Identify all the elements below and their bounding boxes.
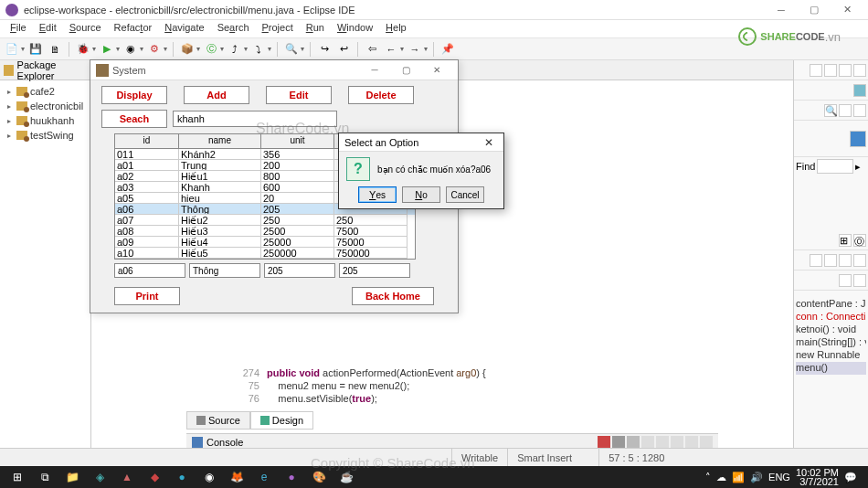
no-button[interactable]: No bbox=[402, 186, 440, 203]
edit-button[interactable]: Edit bbox=[266, 86, 332, 104]
cancel-button[interactable]: Cancel bbox=[446, 186, 484, 203]
sys-close-button[interactable]: ✕ bbox=[421, 62, 452, 79]
th-name[interactable]: name bbox=[179, 134, 261, 148]
search-button[interactable]: Seach bbox=[101, 110, 167, 128]
app-icon[interactable]: ☕ bbox=[333, 466, 360, 488]
run-icon[interactable]: ▶ bbox=[99, 41, 115, 58]
back-home-button[interactable]: Back Home bbox=[352, 287, 434, 305]
lastloc-icon[interactable]: ⇦ bbox=[364, 41, 380, 58]
chrome-icon[interactable]: ◉ bbox=[196, 466, 223, 488]
panel-icon[interactable] bbox=[810, 64, 822, 77]
menu-window[interactable]: Window bbox=[331, 20, 379, 37]
delete-button[interactable]: Delete bbox=[348, 86, 414, 104]
debug-icon[interactable]: 🐞 bbox=[75, 41, 91, 58]
search-icon[interactable]: 🔍 bbox=[824, 104, 837, 117]
nextann-icon[interactable]: ↪ bbox=[316, 41, 333, 58]
outline-item[interactable]: contentPane : JP bbox=[796, 298, 866, 311]
terminate-icon[interactable] bbox=[598, 436, 610, 449]
tray-notifications-icon[interactable]: 💬 bbox=[844, 472, 857, 483]
outline-item[interactable]: menu() bbox=[796, 362, 866, 375]
dialog-close-button[interactable]: ✕ bbox=[480, 136, 498, 149]
nav-icon[interactable] bbox=[853, 104, 866, 117]
app-icon[interactable]: ◆ bbox=[141, 466, 168, 488]
th-id[interactable]: id bbox=[115, 134, 179, 148]
pin-console-icon[interactable] bbox=[671, 436, 683, 449]
panel-icon[interactable] bbox=[824, 64, 837, 77]
close-button[interactable]: ✕ bbox=[831, 1, 863, 19]
new-icon[interactable]: 📄 bbox=[4, 41, 20, 58]
group-icon[interactable] bbox=[839, 274, 852, 287]
tray-volume-icon[interactable]: 🔊 bbox=[750, 472, 763, 483]
removeall-icon[interactable] bbox=[627, 436, 640, 449]
project-node[interactable]: ▸huukhanh bbox=[2, 113, 89, 128]
outline-icon[interactable]: ⊞ bbox=[839, 234, 852, 247]
newpkg-icon[interactable]: 📦 bbox=[179, 41, 196, 58]
project-node[interactable]: ▸electronicbil bbox=[2, 99, 89, 113]
field-id[interactable] bbox=[114, 263, 185, 278]
edge-icon[interactable]: e bbox=[250, 466, 278, 488]
field-col4[interactable] bbox=[339, 263, 410, 278]
prevann-icon[interactable]: ↩ bbox=[335, 41, 352, 58]
fwd-icon[interactable]: → bbox=[407, 41, 423, 58]
coverage-icon[interactable]: ◉ bbox=[122, 41, 139, 58]
app-icon[interactable]: 🎨 bbox=[305, 466, 333, 488]
search-icon[interactable]: 🔍 bbox=[283, 41, 300, 58]
minimize-button[interactable]: ─ bbox=[766, 1, 797, 19]
filter-icon[interactable] bbox=[810, 254, 822, 267]
system-window-header[interactable]: System ─ ▢ ✕ bbox=[90, 60, 458, 80]
db-icon[interactable] bbox=[850, 131, 866, 147]
menu-source[interactable]: Source bbox=[63, 20, 108, 37]
app-icon[interactable]: ▲ bbox=[113, 466, 141, 488]
firefox-icon[interactable]: 🦊 bbox=[223, 466, 250, 488]
search-input[interactable] bbox=[173, 111, 337, 127]
menu-project[interactable]: Project bbox=[256, 20, 300, 37]
save-icon[interactable]: 💾 bbox=[27, 41, 44, 58]
tasklist-icon[interactable] bbox=[853, 84, 866, 97]
opencall-icon[interactable]: ⤵ bbox=[250, 41, 267, 58]
explorer-icon[interactable]: 📁 bbox=[58, 466, 86, 488]
find-input[interactable] bbox=[817, 159, 853, 174]
back-icon[interactable]: ← bbox=[383, 41, 399, 58]
pin-icon[interactable]: 📌 bbox=[439, 41, 456, 58]
start-button[interactable]: ⊞ bbox=[4, 466, 31, 488]
sys-minimize-button[interactable]: ─ bbox=[359, 62, 390, 79]
panel-icon[interactable] bbox=[853, 64, 866, 77]
openimpl-icon[interactable]: ⤴ bbox=[227, 41, 243, 58]
panel-icon[interactable] bbox=[839, 64, 852, 77]
yes-button[interactable]: Yes bbox=[358, 186, 397, 203]
display-button[interactable]: Display bbox=[101, 86, 167, 104]
open-console-icon[interactable] bbox=[700, 436, 713, 449]
display-console-icon[interactable] bbox=[685, 436, 698, 449]
hide-icon[interactable] bbox=[839, 254, 852, 267]
vscode-icon[interactable]: ◈ bbox=[86, 466, 113, 488]
outline-icon2[interactable]: Ⓞ bbox=[853, 234, 866, 247]
menu-refactor[interactable]: Refactor bbox=[108, 20, 159, 37]
clear-icon[interactable] bbox=[641, 436, 654, 449]
hierarchy-icon[interactable] bbox=[839, 104, 852, 117]
group2-icon[interactable] bbox=[853, 274, 866, 287]
tray-lang[interactable]: ENG bbox=[768, 472, 790, 483]
menu-navigate[interactable]: Navigate bbox=[158, 20, 210, 37]
menu-file[interactable]: File bbox=[4, 20, 33, 37]
menu-run[interactable]: Run bbox=[300, 20, 331, 37]
project-node[interactable]: ▸cafe2 bbox=[2, 84, 89, 99]
design-tab[interactable]: Design bbox=[250, 411, 313, 430]
field-name[interactable] bbox=[189, 263, 260, 278]
outline-item[interactable]: main(String[]) : v bbox=[796, 336, 866, 349]
outline-item[interactable]: conn : Connectio bbox=[796, 311, 866, 324]
print-button[interactable]: Print bbox=[114, 287, 180, 305]
th-unit[interactable]: unit bbox=[261, 134, 334, 148]
scrolllock-icon[interactable] bbox=[656, 436, 669, 449]
eclipse-icon[interactable]: ● bbox=[278, 466, 305, 488]
tray-clock[interactable]: 10:02 PM 3/7/2021 bbox=[796, 468, 839, 486]
tray-cloud-icon[interactable]: ☁ bbox=[716, 472, 726, 483]
app-icon[interactable]: ● bbox=[168, 466, 196, 488]
field-unit[interactable] bbox=[264, 263, 335, 278]
link-icon[interactable] bbox=[853, 254, 866, 267]
remove-icon[interactable] bbox=[612, 436, 625, 449]
code-area[interactable]: 274public void actionPerformed(ActionEve… bbox=[238, 366, 486, 405]
tray-chevron-icon[interactable]: ˄ bbox=[705, 472, 711, 483]
sort-icon[interactable] bbox=[824, 254, 837, 267]
tray-wifi-icon[interactable]: 📶 bbox=[732, 472, 745, 483]
outline-item[interactable]: ketnoi() : void bbox=[796, 324, 866, 336]
